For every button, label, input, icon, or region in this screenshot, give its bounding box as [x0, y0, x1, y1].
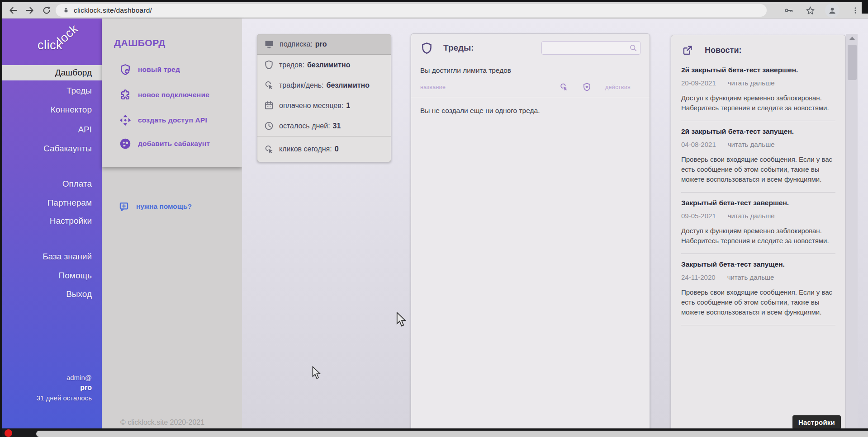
- scrollbar-thumb[interactable]: [848, 45, 857, 80]
- news-item-title: Закрытый бета-тест запущен.: [681, 260, 835, 268]
- read-more-link[interactable]: читать дальше: [728, 212, 775, 220]
- browser-profile-button[interactable]: [825, 3, 840, 18]
- monitor-icon: [264, 39, 275, 50]
- browser-forward-button[interactable]: [24, 5, 36, 16]
- sidebar-item-knowledge-base[interactable]: База знаний: [2, 251, 102, 262]
- calendar-icon: [264, 100, 274, 111]
- copyright: © clicklock.site 2020-2021: [120, 418, 204, 427]
- bookmark-icon: [805, 5, 816, 16]
- subscription-label: подписка:: [280, 40, 313, 48]
- puzzle-icon: [119, 89, 132, 101]
- shield-plus-icon: [119, 63, 132, 76]
- read-more-link[interactable]: читать дальше: [728, 141, 775, 148]
- action-label: создать доступ API: [138, 116, 207, 124]
- sidebar-item-api[interactable]: API: [2, 124, 102, 135]
- news-item-date: 09-05-2021: [681, 212, 716, 220]
- back-icon: [8, 5, 18, 15]
- scroll-up-arrow[interactable]: [846, 34, 858, 42]
- news-item-body: Проверь свои входящие сообщения. Если у …: [681, 287, 835, 317]
- action-label: новый тред: [138, 66, 180, 74]
- news-item: Закрытый бета-тест завершен. 09-05-2021 …: [681, 193, 835, 254]
- browser-refresh-button[interactable]: [41, 5, 52, 16]
- add-subaccount-button[interactable]: добавить сабакаунт: [119, 136, 210, 151]
- threads-limit-message: Вы достигли лимита тредов: [420, 66, 640, 75]
- news-item-date: 04-08-2021: [681, 141, 716, 148]
- account-days-left: 31 дней осталось: [37, 394, 92, 402]
- subscription-value: pro: [315, 40, 327, 48]
- add-user-icon: [119, 137, 132, 150]
- create-api-access-button[interactable]: создать доступ API: [119, 113, 207, 127]
- password-manager-button[interactable]: [783, 5, 795, 16]
- sidebar-item-payment[interactable]: Оплата: [2, 179, 102, 189]
- search-input[interactable]: [541, 41, 640, 55]
- window-edge-top: [0, 0, 868, 2]
- sidebar-item-threads[interactable]: Треды: [2, 85, 102, 96]
- browser-menu-button[interactable]: [849, 5, 861, 16]
- news-header: Новости:: [681, 42, 835, 59]
- key-icon: [784, 5, 794, 15]
- chat-plus-icon: [118, 201, 130, 212]
- sidebar-item-help[interactable]: Помощь: [2, 270, 102, 281]
- news-item-date: 20-09-2021: [681, 79, 716, 87]
- read-more-link[interactable]: читать дальше: [727, 273, 774, 281]
- help-link-label: нужна помощь?: [136, 202, 192, 211]
- stat-row-days-left: осталось дней: 31: [257, 116, 391, 136]
- search-icon: [629, 43, 638, 52]
- main-content: подписка: pro тредов: безлимитно трафик/…: [242, 19, 868, 429]
- subscription-header: подписка: pro: [257, 34, 391, 55]
- external-link-icon: [681, 44, 694, 56]
- shield-icon: [264, 60, 274, 70]
- sidebar-item-logout[interactable]: Выход: [2, 289, 102, 300]
- url-text: clicklock.site/dashboard/: [74, 6, 152, 14]
- sidebar-item-settings[interactable]: Настройки: [2, 216, 102, 226]
- threads-title: Треды:: [443, 43, 474, 53]
- read-more-link[interactable]: читать дальше: [728, 79, 775, 87]
- threads-header: Треды:: [420, 40, 640, 56]
- news-item-date: 24-11-2020: [681, 273, 716, 281]
- threads-column-header: название действия: [411, 82, 650, 97]
- news-item-body: Доступ к функциям временно заблокирован.…: [681, 93, 835, 113]
- video-progress-bar[interactable]: [36, 431, 868, 437]
- news-item: Закрытый бета-тест запущен. 24-11-2020 ч…: [681, 254, 835, 325]
- sidebar: click lock Дашборд Треды Коннектор API С…: [2, 19, 102, 429]
- window-edge-left: [0, 0, 2, 437]
- account-email: admin@: [66, 374, 92, 381]
- browser-menu-icon: [851, 6, 859, 15]
- click-icon: [264, 144, 274, 155]
- profile-icon: [827, 5, 837, 15]
- bookmark-button[interactable]: [804, 5, 816, 16]
- page-scrollbar[interactable]: [846, 34, 858, 437]
- clock-icon: [264, 121, 274, 131]
- logo[interactable]: click lock: [2, 19, 102, 60]
- account-plan-badge: pro: [80, 384, 92, 392]
- window-corner: [862, 0, 868, 14]
- sidebar-item-connector[interactable]: Коннектор: [2, 104, 102, 115]
- browser-back-button[interactable]: [7, 5, 19, 16]
- video-progress-knob[interactable]: [5, 429, 12, 437]
- url-bar[interactable]: clicklock.site/dashboard/: [56, 4, 767, 17]
- news-item-title: 2й закрытый бета-тест запущен.: [681, 127, 835, 136]
- threads-panel: Треды: Вы достигли лимита тредов названи…: [411, 33, 650, 432]
- news-title: Новости:: [705, 46, 741, 55]
- sidebar-item-subaccounts[interactable]: Сабакаунты: [2, 143, 102, 154]
- sidebar-item-partners[interactable]: Партнерам: [2, 197, 102, 208]
- browser-toolbar: clicklock.site/dashboard/: [0, 2, 868, 19]
- click-icon: [559, 82, 569, 92]
- subscription-card: подписка: pro тредов: безлимитно трафик/…: [257, 34, 391, 162]
- news-item-title: 2й закрытый бета-тест завершен.: [681, 66, 835, 74]
- new-thread-button[interactable]: новый тред: [119, 62, 180, 77]
- sidebar-item-dashboard[interactable]: Дашборд: [2, 65, 102, 80]
- settings-tooltip: Настройки: [792, 415, 841, 429]
- expand-arrows-icon: [119, 114, 132, 127]
- new-connection-button[interactable]: новое подключение: [119, 88, 209, 102]
- stat-row-traffic: трафик/день: безлимитно: [257, 75, 391, 95]
- help-link[interactable]: нужна помощь?: [118, 200, 192, 213]
- stat-row-months-paid: оплачено месяцев: 1: [257, 95, 391, 116]
- click-icon: [264, 80, 274, 90]
- news-item-body: Доступ к функциям временно заблокирован.…: [681, 226, 835, 246]
- shield-icon: [420, 42, 433, 55]
- action-label: новое подключение: [138, 91, 209, 99]
- news-item: 2й закрытый бета-тест запущен. 04-08-202…: [681, 121, 835, 193]
- app-window: clicklock.site/dashboard/ click lock Даш…: [0, 0, 868, 437]
- threads-empty-message: Вы не создали еще ни одного треда.: [420, 107, 640, 115]
